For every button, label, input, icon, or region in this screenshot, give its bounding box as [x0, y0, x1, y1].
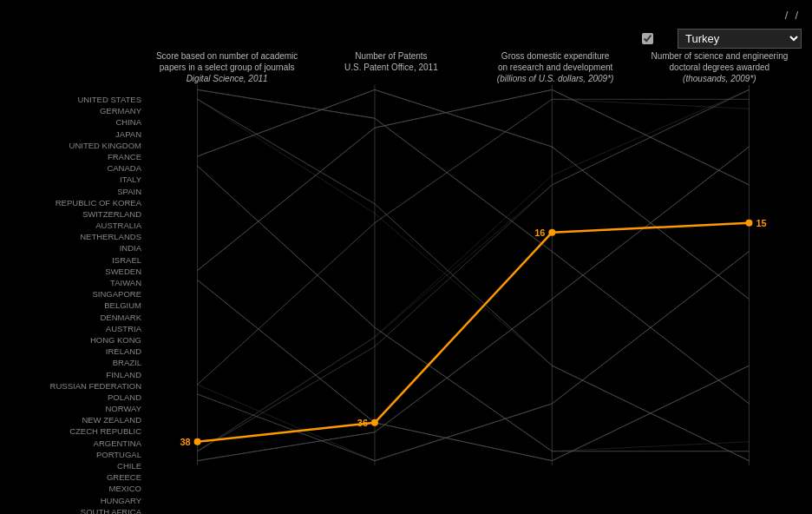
controls-row: TurkeyUnited StatesGermanyChinaJapanUnit…: [0, 25, 812, 49]
country-item[interactable]: DENMARK: [10, 312, 145, 323]
animated-check: [642, 33, 657, 44]
country-item[interactable]: GREECE: [10, 471, 145, 483]
svg-point-130: [745, 220, 752, 227]
svg-line-94: [198, 128, 375, 270]
svg-line-85: [198, 223, 375, 385]
svg-line-31: [198, 99, 375, 213]
country-item[interactable]: FINLAND: [10, 369, 145, 380]
col-header-rd: Gross domestic expenditureon research an…: [474, 50, 638, 84]
svg-line-119: [375, 204, 552, 366]
animated-checkbox[interactable]: [642, 33, 653, 44]
svg-line-121: [198, 423, 375, 442]
country-item[interactable]: FRANCE: [10, 151, 145, 162]
country-item[interactable]: CHINA: [10, 116, 145, 128]
svg-point-124: [194, 438, 201, 445]
country-item[interactable]: POLAND: [10, 392, 145, 403]
svg-line-109: [198, 280, 375, 422]
svg-line-46: [198, 337, 375, 451]
svg-line-101: [375, 327, 552, 451]
country-item[interactable]: AUSTRALIA: [10, 220, 145, 231]
country-item[interactable]: NEW ZEALAND: [10, 414, 145, 425]
country-item[interactable]: NORWAY: [10, 403, 145, 414]
svg-line-123: [552, 223, 749, 233]
country-select[interactable]: TurkeyUnited StatesGermanyChinaJapanUnit…: [678, 29, 802, 49]
column-headers: Score based on number of academicpapers …: [145, 50, 802, 84]
country-item[interactable]: MEXICO: [10, 483, 145, 494]
svg-line-103: [198, 89, 375, 156]
country-item[interactable]: SPAIN: [10, 186, 145, 197]
col-header-degrees: Number of science and engineeringdoctora…: [638, 50, 802, 84]
country-item[interactable]: JAPAN: [10, 128, 145, 140]
svg-point-126: [371, 419, 378, 426]
country-item[interactable]: SINGAPORE: [10, 288, 145, 300]
svg-point-128: [548, 229, 555, 236]
viz-section: Score based on number of academicpapers …: [145, 50, 802, 514]
svg-line-118: [198, 99, 375, 204]
show-by-controls: / /: [778, 7, 802, 22]
svg-line-88: [198, 394, 375, 461]
country-item[interactable]: HONG KONG: [10, 334, 145, 346]
country-item[interactable]: CANADA: [10, 162, 145, 174]
svg-text:16: 16: [534, 227, 545, 238]
country-item[interactable]: AUSTRIA: [10, 323, 145, 334]
svg-line-97: [198, 432, 375, 461]
svg-line-95: [375, 89, 552, 128]
country-item[interactable]: TAIWAN: [10, 277, 145, 288]
svg-line-18: [552, 89, 749, 175]
svg-line-115: [198, 385, 375, 461]
country-item[interactable]: ISRAEL: [10, 254, 145, 266]
country-item[interactable]: CZECH REPUBLIC: [10, 425, 145, 437]
country-item[interactable]: UNITED KINGDOM: [10, 140, 145, 151]
country-item[interactable]: SWEDEN: [10, 266, 145, 277]
country-item[interactable]: UNITED STATES: [10, 94, 145, 105]
country-item[interactable]: GERMANY: [10, 105, 145, 116]
svg-line-110: [375, 423, 552, 461]
col-header-patents: Number of PatentsU.S. Patent Office, 201…: [309, 50, 473, 84]
country-item[interactable]: BRAZIL: [10, 357, 145, 368]
country-item[interactable]: HUNGARY: [10, 495, 145, 506]
country-item[interactable]: NETHERLANDS: [10, 231, 145, 242]
svg-line-100: [198, 166, 375, 327]
country-item[interactable]: BELGIUM: [10, 300, 145, 311]
country-item[interactable]: SWITZERLAND: [10, 208, 145, 220]
country-item[interactable]: IRELAND: [10, 346, 145, 357]
svg-line-32: [375, 214, 552, 366]
country-item[interactable]: ITALY: [10, 174, 145, 185]
country-item[interactable]: SOUTH AFRICA: [10, 506, 145, 514]
country-item[interactable]: INDIA: [10, 242, 145, 254]
svg-line-112: [198, 89, 375, 118]
country-item[interactable]: CHILE: [10, 460, 145, 471]
svg-line-17: [375, 175, 552, 337]
chart-area: UNITED STATESGERMANYCHINAJAPANUNITED KIN…: [0, 50, 812, 514]
country-item[interactable]: ARGENTINA: [10, 438, 145, 449]
svg-text:36: 36: [357, 418, 368, 428]
svg-line-107: [375, 185, 552, 346]
svg-text:15: 15: [756, 218, 766, 228]
country-item[interactable]: REPUBLIC OF KOREA: [10, 197, 145, 208]
country-list: UNITED STATESGERMANYCHINAJAPANUNITED KIN…: [10, 50, 145, 514]
main-chart-svg: 38361615: [145, 84, 802, 466]
col-header-academic: Score based on number of academicpapers …: [145, 50, 309, 84]
svg-line-106: [198, 346, 375, 451]
country-item[interactable]: PORTUGAL: [10, 449, 145, 460]
country-item[interactable]: RUSSIAN FEDERATION: [10, 380, 145, 392]
svg-text:38: 38: [180, 437, 190, 447]
svg-line-86: [375, 99, 552, 222]
svg-container: 38361615: [145, 84, 802, 514]
